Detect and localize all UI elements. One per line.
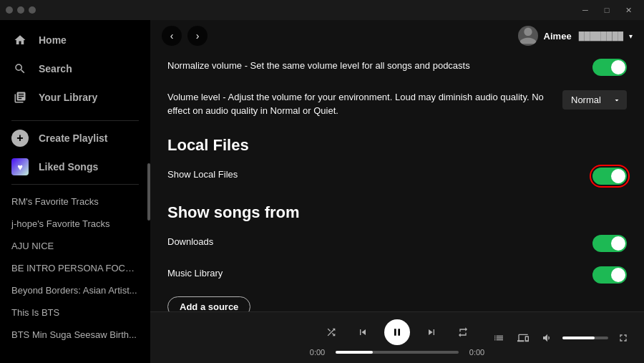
sidebar-item-library[interactable]: Your Library — [0, 83, 150, 112]
music-library-control — [592, 266, 627, 284]
progress-fill — [336, 351, 373, 354]
sidebar-nav: Home Search Your Library — [0, 20, 150, 117]
previous-button[interactable] — [353, 322, 373, 342]
play-pause-button[interactable] — [384, 319, 410, 345]
music-library-row: Music Library — [167, 259, 627, 291]
title-bar: ─ □ ✕ — [0, 0, 644, 20]
local-files-section-header: Local Files — [167, 125, 627, 160]
volume-fill — [562, 337, 595, 339]
player-controls — [321, 319, 473, 345]
add-source-button[interactable]: Add a source — [167, 296, 250, 311]
volume-level-select[interactable]: Quiet Normal Loud — [562, 90, 627, 110]
list-item[interactable]: BTS Min Suga Seesaw Birth... — [0, 324, 150, 346]
downloads-toggle[interactable] — [592, 235, 627, 252]
sidebar-home-label: Home — [39, 34, 67, 46]
close-button[interactable]: ✕ — [618, 2, 638, 18]
player-center: 0:00 0:00 — [305, 319, 489, 357]
avatar — [518, 26, 538, 46]
fullscreen-button[interactable] — [614, 328, 633, 348]
next-button[interactable] — [421, 322, 441, 342]
library-icon — [11, 89, 29, 106]
username-partial: ████████ — [579, 32, 623, 40]
sidebar-item-search[interactable]: Search — [0, 54, 150, 83]
repeat-button[interactable] — [453, 322, 473, 342]
list-item[interactable]: RM's Favorite Tracks — [0, 190, 150, 213]
list-item[interactable]: Beyond Borders: Asian Artist... — [0, 279, 150, 301]
sidebar: Home Search Your Library + Create Playli… — [0, 20, 150, 363]
liked-songs-label: Liked Songs — [39, 161, 98, 173]
sidebar-item-home[interactable]: Home — [0, 26, 150, 54]
user-name: Aimee — [544, 31, 572, 42]
show-local-files-label: Show Local Files — [167, 169, 238, 180]
devices-button[interactable] — [514, 328, 532, 348]
top-bar: ‹ › Aimee ████████ ▾ — [150, 20, 644, 52]
show-local-files-toggle[interactable] — [592, 168, 627, 185]
chevron-down-icon: ▾ — [629, 32, 633, 40]
sidebar-divider-2 — [11, 184, 139, 185]
normalize-volume-control — [592, 59, 627, 76]
downloads-label: Downloads — [167, 236, 213, 247]
user-menu[interactable]: Aimee ████████ ▾ — [518, 26, 633, 46]
list-item[interactable]: BE INTRO PERSONA FOCU... — [0, 257, 150, 279]
sidebar-library-list: RM's Favorite Tracks j-hope's Favorite T… — [0, 188, 150, 363]
current-time: 0:00 — [305, 348, 330, 357]
liked-songs-action[interactable]: ♥ Liked Songs — [0, 153, 150, 181]
volume-button[interactable] — [538, 328, 557, 348]
main-layout: Home Search Your Library + Create Playli… — [0, 20, 644, 363]
content-area: ‹ › Aimee ████████ ▾ Normalize volume - — [150, 20, 644, 363]
list-item[interactable]: This Is BTS — [0, 301, 150, 324]
back-icon: ‹ — [170, 30, 174, 42]
volume-level-label: Volume level - Adjust the volume for you… — [167, 92, 544, 116]
window-dots — [6, 6, 36, 14]
music-library-toggle[interactable] — [592, 266, 627, 284]
create-playlist-action[interactable]: + Create Playlist — [0, 124, 150, 153]
dot-2 — [17, 6, 24, 14]
sidebar-scrollbar — [147, 163, 150, 221]
show-local-files-row: Show Local Files — [167, 160, 627, 192]
sidebar-search-label: Search — [39, 63, 72, 74]
show-local-files-control — [592, 168, 627, 185]
shuffle-button[interactable] — [321, 322, 341, 342]
create-playlist-label: Create Playlist — [39, 132, 108, 144]
downloads-row: Downloads — [167, 228, 627, 259]
plus-icon: + — [11, 130, 29, 147]
window-controls: ─ □ ✕ — [575, 2, 638, 18]
volume-bar[interactable] — [562, 337, 609, 339]
forward-button[interactable]: › — [187, 26, 208, 46]
downloads-control — [592, 235, 627, 252]
sidebar-divider — [11, 120, 139, 121]
settings-content: Normalize volume - Set the same volume l… — [150, 52, 644, 311]
nav-arrows: ‹ › — [162, 26, 208, 46]
player-progress: 0:00 0:00 — [305, 348, 489, 357]
normalize-volume-label: Normalize volume - Set the same volume l… — [167, 60, 470, 71]
sidebar-library-label: Your Library — [39, 92, 97, 103]
volume-level-row: Volume level - Adjust the volume for you… — [167, 83, 627, 125]
list-item[interactable]: j-hope's Favorite Tracks — [0, 213, 150, 235]
home-icon — [11, 32, 29, 49]
player-bar: 0:00 0:00 — [150, 311, 644, 363]
progress-bar[interactable] — [336, 351, 459, 354]
music-library-label: Music Library — [167, 268, 223, 279]
total-time: 0:00 — [464, 348, 489, 357]
back-button[interactable]: ‹ — [162, 26, 182, 46]
normalize-volume-row: Normalize volume - Set the same volume l… — [167, 52, 627, 83]
normalize-volume-toggle[interactable] — [592, 59, 627, 76]
minimize-button[interactable]: ─ — [575, 2, 595, 18]
queue-button[interactable] — [489, 328, 508, 348]
volume-level-control: Quiet Normal Loud — [562, 90, 627, 110]
search-icon — [11, 60, 29, 77]
show-songs-from-header: Show songs from — [167, 192, 627, 228]
list-item[interactable]: AJU NICE — [0, 235, 150, 257]
heart-icon: ♥ — [11, 158, 29, 175]
maximize-button[interactable]: □ — [597, 2, 617, 18]
forward-icon: › — [196, 30, 200, 42]
dot-3 — [29, 6, 36, 14]
dot-1 — [6, 6, 13, 14]
player-right — [489, 328, 633, 348]
